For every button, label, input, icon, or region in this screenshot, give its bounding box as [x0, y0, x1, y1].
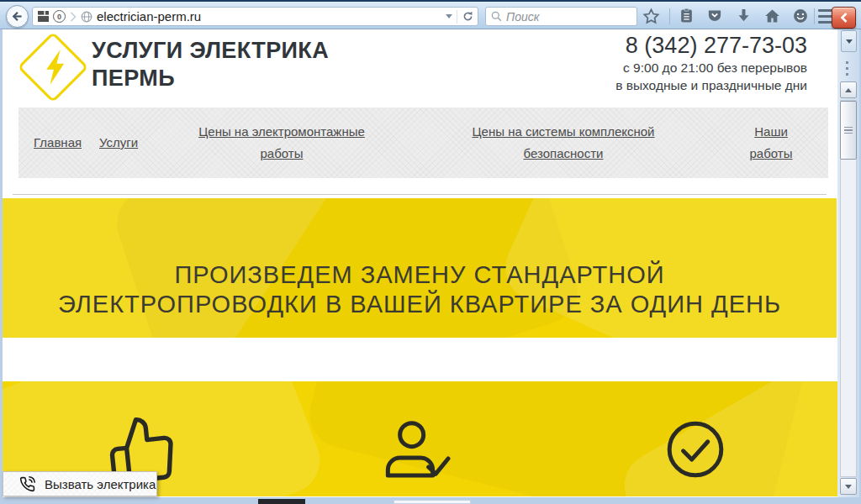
home-icon[interactable] — [760, 6, 784, 26]
search-icon — [491, 11, 502, 22]
scrollbar-thumb[interactable] — [840, 101, 857, 160]
check-circle-icon — [664, 418, 726, 484]
call-electrician-label: Вызвать электрика — [45, 477, 156, 491]
back-button[interactable] — [6, 5, 29, 28]
taskbar-fragment — [394, 500, 471, 504]
schedule-line1: с 9:00 до 21:00 без перерывов — [615, 59, 807, 76]
schedule-line2: в выходные и праздничные дни — [615, 76, 807, 94]
chevron-down-icon — [845, 485, 852, 489]
bookmarks-list-icon[interactable] — [674, 6, 698, 26]
toolbar-separator — [669, 8, 670, 24]
nav-item-home[interactable]: Главная — [34, 132, 82, 154]
phone-call-icon — [19, 476, 35, 492]
browser-toolbar: 0 electrician-perm.ru — [0, 2, 861, 29]
nav-item-services[interactable]: Услуги — [99, 132, 138, 154]
site-globe-icon[interactable] — [81, 11, 92, 23]
chevron-separator-icon — [70, 12, 77, 22]
call-electrician-button[interactable]: Вызвать электрика — [3, 471, 157, 496]
sidebar-collapse-button[interactable] — [832, 7, 856, 29]
pocket-icon[interactable] — [703, 6, 726, 26]
window-bottom-border — [0, 497, 861, 504]
site-header: УСЛУГИ ЭЛЕКТРИКА ПЕРМЬ 8 (342) 277-73-03… — [3, 29, 837, 108]
phone-number[interactable]: 8 (342) 277-73-03 — [615, 32, 807, 59]
reload-icon[interactable] — [462, 10, 474, 23]
scroll-down-button[interactable] — [840, 478, 857, 495]
divider-line — [13, 194, 827, 195]
back-arrow-icon — [10, 9, 24, 24]
logo[interactable] — [18, 32, 89, 103]
toolbar-separator — [814, 8, 815, 24]
adblock-badge-icon[interactable]: 0 — [53, 10, 66, 23]
feedback-smiley-icon[interactable] — [789, 6, 812, 26]
chevron-up-icon — [845, 88, 852, 92]
taskbar-fragment — [258, 499, 305, 504]
nav-item-electrical-prices[interactable]: Цены на электромонтажные работы — [178, 121, 385, 165]
url-text[interactable]: electrician-perm.ru — [97, 9, 201, 24]
site-title-line1: УСЛУГИ ЭЛЕКТРИКА — [92, 37, 329, 65]
page-viewport: УСЛУГИ ЭЛЕКТРИКА ПЕРМЬ 8 (342) 277-73-03… — [3, 29, 837, 497]
address-dropdown-icon[interactable] — [446, 14, 452, 18]
address-divider — [457, 10, 457, 24]
chevron-down-icon — [846, 39, 853, 44]
bookmark-star-icon[interactable] — [639, 6, 663, 26]
download-icon[interactable] — [732, 6, 755, 26]
toolbar-overflow-dropdown[interactable] — [841, 30, 857, 52]
person-check-icon — [385, 417, 452, 487]
toolbar-grip-dots — [846, 61, 848, 76]
nav-item-security-prices[interactable]: Цены на системы комплексной безопасности — [447, 121, 679, 165]
nav-item-our-works[interactable]: Наши работы — [733, 121, 809, 165]
chevron-left-icon — [839, 12, 849, 24]
site-title-line2: ПЕРМЬ — [92, 65, 329, 92]
search-bar[interactable] — [485, 7, 637, 26]
search-input[interactable] — [506, 10, 631, 24]
banner-line2: ЭЛЕКТРОПРОВОДКИ В ВАШЕЙ КВАРТИРЕ ЗА ОДИН… — [3, 290, 837, 319]
extension-blocks-icon[interactable] — [38, 11, 49, 22]
address-bar[interactable]: 0 electrician-perm.ru — [32, 7, 478, 26]
lightning-bolt-icon — [40, 50, 66, 85]
scrollbar-area — [837, 29, 859, 497]
scroll-up-button[interactable] — [840, 81, 857, 98]
banner-line1: ПРОИЗВЕДЕМ ЗАМЕНУ СТАНДАРТНОЙ — [3, 260, 837, 290]
site-title: УСЛУГИ ЭЛЕКТРИКА ПЕРМЬ — [92, 37, 329, 92]
main-navigation: Главная Услуги Цены на электромонтажные … — [18, 108, 828, 178]
hero-banner: ПРОИЗВЕДЕМ ЗАМЕНУ СТАНДАРТНОЙ ЭЛЕКТРОПРО… — [3, 198, 837, 338]
